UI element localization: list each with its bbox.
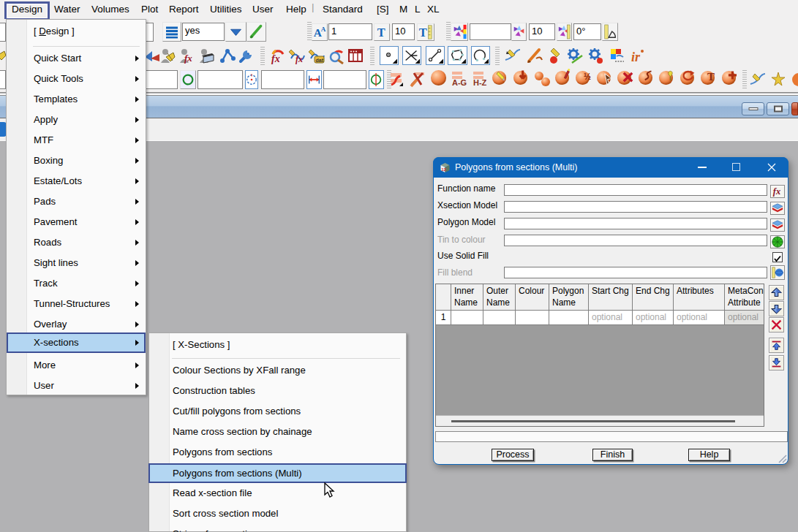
svg-text:A-G: A-G [452, 78, 467, 87]
svg-text:12: 12 [442, 167, 446, 172]
svg-text:dat: dat [316, 58, 324, 63]
svg-text:fx: fx [296, 54, 303, 64]
svg-text:ir: ir [631, 50, 641, 64]
svg-text:H-Z: H-Z [473, 78, 487, 87]
svg-text:A: A [321, 26, 326, 33]
svg-text:T: T [377, 26, 385, 39]
svg-text:fx: fx [773, 186, 780, 197]
svg-text:fx: fx [271, 53, 280, 64]
svg-text:fx: fx [184, 53, 192, 64]
svg-text:T: T [419, 26, 427, 39]
